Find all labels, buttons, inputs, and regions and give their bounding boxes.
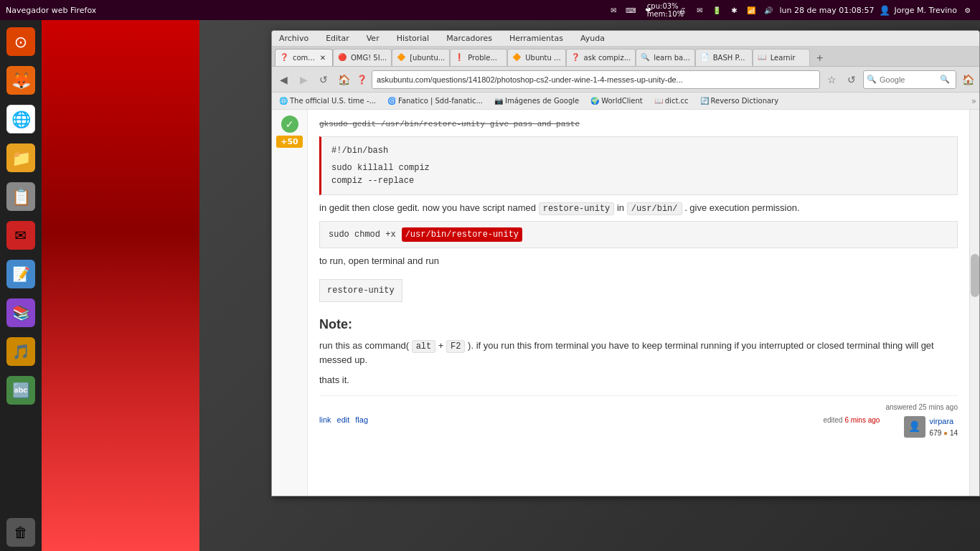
footer-link[interactable]: link	[319, 414, 331, 426]
command-intro: gksudo gedit /usr/bin/restore-unity give…	[319, 118, 958, 131]
menu-editar[interactable]: Editar	[323, 32, 352, 44]
browser-tabs: ❓ com... ✕ 🔴 OMG! 5I... 🔶 [ubuntu... ❗ P…	[272, 47, 979, 67]
launcher-item-firefox[interactable]: 🦊	[2, 62, 39, 99]
launcher-item-dash[interactable]: ⊙	[2, 23, 39, 60]
tab-label-1: com...	[293, 54, 315, 62]
tab-label-8: BASH P...	[713, 54, 745, 62]
tab-label-6: ask compiz...	[584, 54, 631, 62]
volume-icon[interactable]: 🔊	[762, 4, 775, 17]
panel-title: Navegador web Firefox	[6, 6, 96, 15]
settings-icon[interactable]: ⚙	[961, 4, 974, 17]
menu-herramientas[interactable]: Herramientas	[507, 32, 566, 44]
footer-edit[interactable]: edit	[337, 414, 350, 426]
menu-historial[interactable]: Historial	[394, 32, 432, 44]
browser-tab-7[interactable]: 🔍 learn ba...	[636, 49, 695, 66]
footer-flag[interactable]: flag	[355, 414, 368, 426]
alt-key-code: alt	[412, 340, 436, 353]
user-name[interactable]: virpara	[930, 415, 958, 428]
url-bar[interactable]	[372, 70, 820, 89]
browser-tab-1[interactable]: ❓ com... ✕	[275, 49, 333, 66]
bookmark-3-icon: 📷	[494, 97, 503, 105]
search-input[interactable]	[880, 75, 937, 84]
wifi-icon: 📶	[745, 4, 758, 17]
bookmark-4-icon: 🌍	[590, 97, 599, 105]
bookmark-3[interactable]: 📷 Imágenes de Google	[490, 95, 583, 106]
reload-url-button[interactable]: ↺	[843, 71, 860, 88]
launcher-item-app7[interactable]: 📝	[2, 255, 39, 293]
browser-tab-8[interactable]: 📄 BASH P...	[695, 49, 753, 66]
browser-tab-9[interactable]: 📖 Learnir	[753, 49, 810, 66]
bookmark-1[interactable]: 🌐 The official U.S. time -...	[275, 95, 380, 106]
forward-button[interactable]: ▶	[295, 71, 312, 88]
bookmark-2-icon: 🌀	[387, 97, 396, 105]
launcher-item-chrome[interactable]: 🌐	[2, 100, 39, 138]
menu-ver[interactable]: Ver	[364, 32, 382, 44]
launcher-item-app9[interactable]: 🎵	[2, 333, 39, 370]
bookmark-4[interactable]: 🌍 WorldClient	[586, 95, 647, 106]
bookmark-5[interactable]: 📖 dict.cc	[650, 95, 693, 106]
bookmarks-bar: 🌐 The official U.S. time -... 🌀 Fanatico…	[272, 93, 979, 110]
tab-favicon-3: 🔶	[397, 53, 407, 63]
browser-tab-6[interactable]: ❓ ask compiz...	[566, 49, 636, 66]
bookmark-5-icon: 📖	[654, 97, 663, 105]
cmd2-line: compiz --replace	[331, 174, 947, 187]
back-button[interactable]: ◀	[275, 71, 292, 88]
bookmark-6-icon: 🔄	[700, 97, 709, 105]
unity-launcher: ⊙ 🦊 🌐 📁 📋 ✉ 📝 📚 🎵 🔤 🗑	[0, 20, 42, 551]
bookmark-2[interactable]: 🌀 Fanatico | Sdd-fanatic...	[383, 95, 487, 106]
cmd1-line: sudo killall compiz	[331, 161, 947, 174]
scrollbar-thumb[interactable]	[971, 254, 979, 297]
tab-favicon-4: ❗	[455, 53, 465, 63]
usr-bin-code: /usr/bin/	[627, 202, 682, 215]
panel-user[interactable]: Jorge M. Trevino	[895, 6, 957, 15]
menu-ayuda[interactable]: Ayuda	[578, 32, 608, 44]
browser-window: Archivo Editar Ver Historial Marcadores …	[271, 30, 980, 496]
browser-tab-5[interactable]: 🔶 Ubuntu ...	[507, 49, 565, 66]
menu-archivo[interactable]: Archivo	[276, 32, 311, 44]
launcher-item-app10[interactable]: 🔤	[2, 372, 39, 409]
bookmark-1-icon: 🌐	[279, 97, 288, 105]
user-card: 👤 virpara 679 ● 14	[904, 415, 958, 438]
keyboard-icon[interactable]: ⌨	[624, 4, 637, 17]
printer-icon[interactable]: 🖨	[676, 4, 689, 17]
red-panel-background	[42, 20, 199, 551]
launcher-item-app8[interactable]: 📚	[2, 294, 39, 331]
cpu-meter: cpu:03% mem:10%	[659, 4, 672, 17]
mail-icon[interactable]: ✉	[693, 4, 706, 17]
home-button[interactable]: 🏠	[335, 71, 352, 88]
tab-favicon-8: 📄	[700, 53, 710, 63]
tab-label-9: Learnir	[771, 54, 796, 62]
answer-info: answered 25 mins ago 👤 virpara 679 ● 14	[885, 402, 958, 438]
bookmark-6[interactable]: 🔄 Reverso Dictionary	[696, 95, 783, 106]
chmod-path-highlight: /usr/bin/restore-unity	[402, 227, 522, 242]
edited-label: edited 6 mins ago	[823, 415, 880, 425]
thats-it-text: thats it.	[319, 373, 958, 387]
panel-clock: lun 28 de may 01:08:57	[779, 6, 874, 15]
shebang-line: #!/bin/bash	[331, 144, 947, 157]
launcher-item-app6[interactable]: ✉	[2, 217, 39, 254]
f2-key-code: F2	[446, 340, 465, 353]
home-nav-button[interactable]: 🏠	[959, 71, 976, 88]
browser-tab-3[interactable]: 🔶 [ubuntu...	[392, 49, 450, 66]
tab-label-5: Ubuntu ...	[525, 54, 560, 62]
tab-label-2: OMG! 5I...	[351, 54, 387, 62]
browser-tab-2[interactable]: 🔴 OMG! 5I...	[333, 49, 392, 66]
new-tab-button[interactable]: +	[811, 50, 829, 66]
page-main-content: gksudo gedit /usr/bin/restore-unity give…	[308, 110, 969, 496]
bookmark-star[interactable]: ☆	[823, 71, 840, 88]
browser-tab-4[interactable]: ❗ Proble...	[450, 49, 507, 66]
reload-button[interactable]: ↺	[315, 71, 332, 88]
tab-close-1[interactable]: ✕	[318, 53, 328, 63]
desktop: Navegador web Firefox ✉ ⌨ ❤ cpu:03% mem:…	[0, 0, 980, 551]
search-submit-icon[interactable]: 🔍	[940, 75, 950, 84]
page-scrollbar[interactable]	[969, 110, 979, 496]
launcher-item-app5[interactable]: 📋	[2, 178, 39, 215]
bookmarks-expand[interactable]: »	[971, 96, 976, 106]
launcher-item-trash[interactable]: 🗑	[2, 514, 39, 551]
envelope-icon[interactable]: ✉	[607, 4, 620, 17]
launcher-item-files[interactable]: 📁	[2, 139, 39, 176]
tab-label-7: learn ba...	[654, 54, 690, 62]
menu-marcadores[interactable]: Marcadores	[443, 32, 495, 44]
note-paragraph: run this as command( alt + F2 ). if you …	[319, 339, 958, 367]
tab-label-3: [ubuntu...	[410, 54, 445, 62]
